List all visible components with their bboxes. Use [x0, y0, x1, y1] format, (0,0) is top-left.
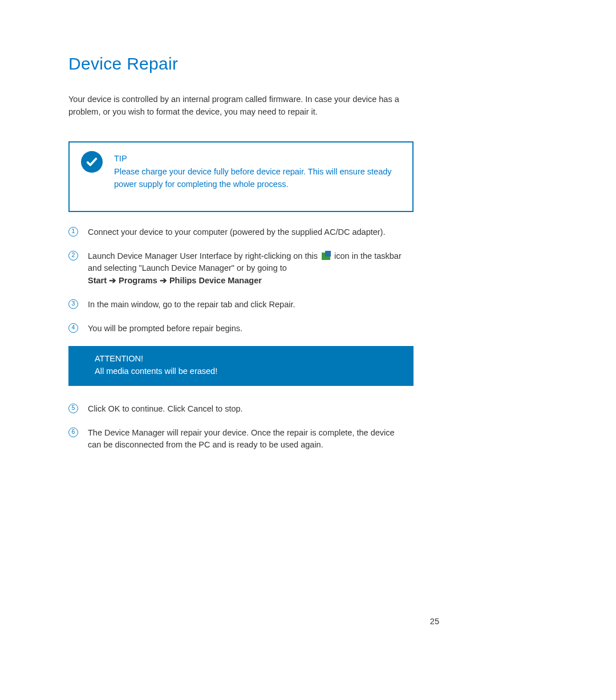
arrow-icon: ➔ [160, 276, 167, 285]
path-segment: Start [88, 276, 107, 285]
device-manager-tray-icon [322, 253, 330, 260]
tip-callout: TIP Please charge your device fully befo… [68, 141, 414, 212]
step-item: 2 Launch Device Manager User Interface b… [68, 250, 550, 287]
step-number-icon: 6 [68, 428, 78, 437]
step-text: Click OK to continue. Click Cancel to st… [88, 403, 243, 416]
step-item: 6 The Device Manager will repair your de… [68, 427, 550, 452]
page-number: 25 [430, 617, 439, 626]
intro-paragraph: Your device is controlled by an internal… [68, 93, 411, 119]
tip-label: TIP [114, 153, 401, 165]
page-title: Device Repair [68, 54, 550, 74]
steps-list-continued: 5 Click OK to continue. Click Cancel to … [68, 403, 550, 451]
menu-path: Start ➔ Programs ➔ Philips Device Manage… [88, 276, 262, 285]
step-number-icon: 1 [68, 227, 78, 237]
step-item: 5 Click OK to continue. Click Cancel to … [68, 403, 550, 416]
step-text: In the main window, go to the repair tab… [88, 299, 295, 311]
step-text-fragment: Launch Device Manager User Interface by … [88, 251, 320, 261]
arrow-icon: ➔ [109, 276, 116, 285]
step-text: You will be prompted before repair begin… [88, 323, 242, 335]
step-text: Connect your device to your computer (po… [88, 226, 385, 239]
tip-text: Please charge your device fully before d… [114, 167, 392, 189]
attention-callout: ATTENTION! All media contents will be er… [68, 346, 414, 386]
path-segment: Programs [119, 276, 157, 285]
checkmark-icon [81, 151, 103, 173]
step-number-icon: 2 [68, 251, 78, 261]
step-item: 1 Connect your device to your computer (… [68, 226, 550, 239]
path-segment: Philips Device Manager [169, 276, 262, 285]
step-item: 3 In the main window, go to the repair t… [68, 299, 550, 311]
page-content: Device Repair Your device is controlled … [0, 0, 616, 451]
step-number-icon: 3 [68, 299, 78, 309]
step-item: 4 You will be prompted before repair beg… [68, 323, 550, 335]
step-number-icon: 5 [68, 404, 78, 413]
steps-list: 1 Connect your device to your computer (… [68, 226, 550, 335]
tip-content: TIP Please charge your device fully befo… [114, 153, 401, 191]
attention-text: All media contents will be erased! [95, 367, 217, 376]
attention-label: ATTENTION! [95, 353, 404, 365]
step-text: Launch Device Manager User Interface by … [88, 250, 407, 287]
step-number-icon: 4 [68, 323, 78, 333]
step-text: The Device Manager will repair your devi… [88, 427, 407, 452]
